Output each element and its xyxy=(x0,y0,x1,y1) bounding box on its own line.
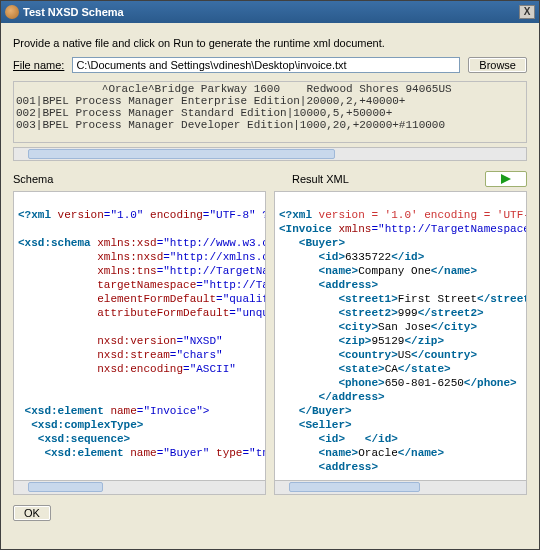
play-icon xyxy=(500,173,512,185)
schema-scrollbar[interactable] xyxy=(14,480,265,494)
ok-button[interactable]: OK xyxy=(13,505,51,521)
close-button[interactable]: X xyxy=(519,5,535,19)
file-preview: ^Oracle^Bridge Parkway 1600 Redwood Shor… xyxy=(13,81,527,143)
svg-marker-0 xyxy=(501,174,511,184)
panels-row: <?xml version="1.0" encoding="UTF-8" ?> … xyxy=(13,191,527,495)
window-title: Test NXSD Schema xyxy=(23,6,519,18)
schema-label: Schema xyxy=(13,173,53,185)
file-row: File name: Browse xyxy=(13,57,527,73)
file-path-input[interactable] xyxy=(72,57,460,73)
file-preview-scrollbar[interactable] xyxy=(13,147,527,161)
instruction-text: Provide a native file and click on Run t… xyxy=(13,37,527,49)
result-panel[interactable]: <?xml version = '1.0' encoding = 'UTF-8'… xyxy=(274,191,527,495)
run-button[interactable] xyxy=(485,171,527,187)
browse-button[interactable]: Browse xyxy=(468,57,527,73)
result-label: Result XML xyxy=(292,173,349,185)
scrollbar-thumb[interactable] xyxy=(28,149,335,159)
panels-header: Schema Result XML xyxy=(13,171,527,187)
file-label: File name: xyxy=(13,59,64,71)
titlebar: Test NXSD Schema X xyxy=(1,1,539,23)
app-icon xyxy=(5,5,19,19)
dialog-content: Provide a native file and click on Run t… xyxy=(1,23,539,529)
result-scrollbar[interactable] xyxy=(275,480,526,494)
schema-panel[interactable]: <?xml version="1.0" encoding="UTF-8" ?> … xyxy=(13,191,266,495)
